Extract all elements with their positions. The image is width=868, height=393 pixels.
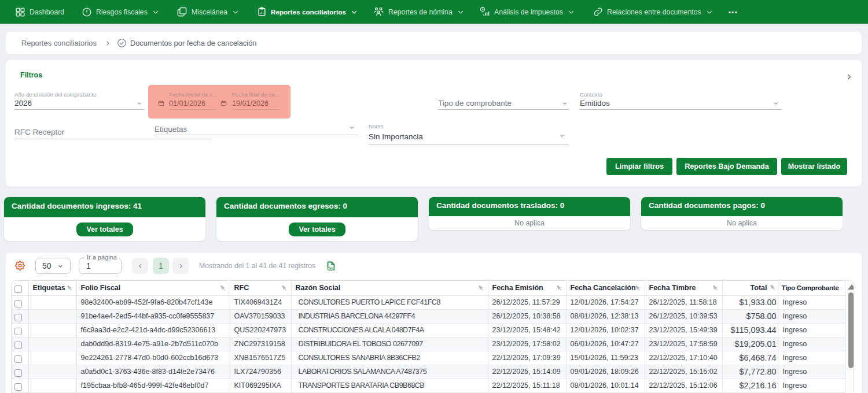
svg-text:CSV: CSV <box>327 266 335 270</box>
